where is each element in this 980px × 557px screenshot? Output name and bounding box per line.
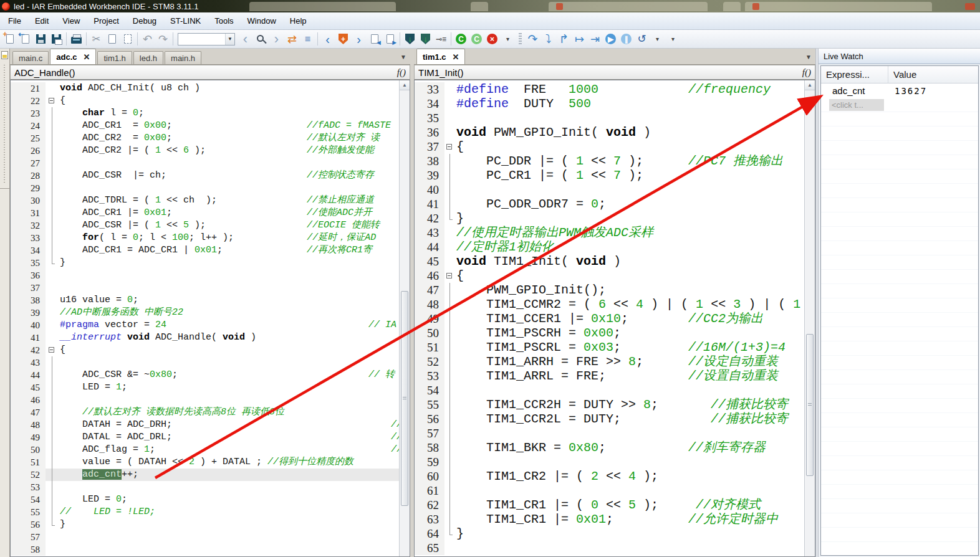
fold-margin[interactable] xyxy=(444,197,454,211)
line-number[interactable]: 51 xyxy=(11,456,46,469)
line-number[interactable]: 40 xyxy=(415,183,444,197)
line-number[interactable]: 47 xyxy=(415,283,444,297)
code-text[interactable]: ADC_CR1 |= 0x01; //使能ADC并开 xyxy=(58,207,399,219)
line-number[interactable]: 53 xyxy=(11,481,46,493)
code-line[interactable]: 56 TIM1_CCR2L = DUTY; //捕获比较寄 xyxy=(415,412,804,426)
fold-margin[interactable] xyxy=(444,125,454,140)
code-line[interactable]: 48 DATAH = ADC_DRH; // 读 xyxy=(11,419,399,431)
line-number[interactable]: 50 xyxy=(415,326,444,340)
vertical-scrollbar-right[interactable]: ▲ xyxy=(804,80,815,556)
code-line[interactable]: 57 xyxy=(11,531,399,543)
line-number[interactable]: 37 xyxy=(11,282,46,294)
fold-margin[interactable] xyxy=(46,381,58,394)
tab-list-dropdown-icon[interactable]: ▼ xyxy=(805,54,812,60)
fold-margin[interactable] xyxy=(46,145,58,157)
code-text[interactable] xyxy=(454,455,804,469)
fold-margin[interactable] xyxy=(46,331,58,344)
fold-margin[interactable] xyxy=(444,326,454,340)
code-line[interactable]: 50 TIM1_PSCRH = 0x00; xyxy=(415,326,804,340)
nav-back-button[interactable]: ‹ xyxy=(238,32,253,47)
fold-margin[interactable] xyxy=(444,283,454,297)
code-text[interactable]: ADC_CR1 = ADC_CR1 | 0x01; //再次将CR1寄 xyxy=(58,244,399,257)
code-line[interactable]: 64} xyxy=(415,526,804,541)
code-text[interactable]: TIM1_CR1 |= 0x01; //允许定时器中 xyxy=(454,512,804,526)
line-number[interactable]: 56 xyxy=(11,518,46,531)
line-number[interactable]: 55 xyxy=(415,398,444,412)
code-text[interactable]: void TIM1_Init( void ) xyxy=(454,254,804,269)
tab-adc-c[interactable]: adc.c✕ xyxy=(50,49,96,64)
redo-button[interactable]: ↷ xyxy=(155,32,171,47)
code-line[interactable]: 61 xyxy=(415,483,804,498)
line-number[interactable]: 38 xyxy=(415,154,444,168)
quick-search-combobox[interactable]: ▼ xyxy=(178,33,235,45)
toggle-bookmark-button[interactable]: + xyxy=(335,32,351,47)
fold-margin[interactable] xyxy=(46,394,58,406)
download-and-debug-button[interactable]: ↓ xyxy=(402,32,418,47)
menu-tools[interactable]: Tools xyxy=(208,13,240,29)
code-area-tim1[interactable]: 33#define FRE 1000 //frequency 34#define… xyxy=(414,80,815,557)
line-number[interactable]: 33 xyxy=(11,232,46,244)
code-text[interactable] xyxy=(454,541,804,555)
debug-overflow-button[interactable]: ▾ xyxy=(665,32,681,47)
step-over-button[interactable]: ↷ xyxy=(525,32,540,47)
fold-margin[interactable] xyxy=(444,226,454,240)
code-line[interactable]: 40 xyxy=(415,183,804,197)
fold-margin[interactable] xyxy=(46,182,58,194)
line-number[interactable]: 60 xyxy=(415,469,444,483)
line-number[interactable]: 55 xyxy=(11,506,46,518)
line-number[interactable]: 46 xyxy=(11,394,46,406)
code-line[interactable]: 29 xyxy=(11,182,399,194)
code-line[interactable]: 31 ADC_CR1 |= 0x01; //使能ADC并开 xyxy=(11,207,399,219)
code-line[interactable]: 28 ADC_CSR |= ch; //控制状态寄存 xyxy=(11,169,399,182)
code-text[interactable]: } xyxy=(58,257,399,269)
code-line[interactable]: 51 value = ( DATAH << 2 ) + DATAL ; //得到… xyxy=(11,456,399,469)
code-text[interactable]: PC_CR1 |= ( 1 << 7 ); xyxy=(454,168,804,183)
code-line[interactable]: 40#pragma vector = 24 // IA xyxy=(11,319,399,331)
tab-close-icon[interactable]: ✕ xyxy=(453,52,459,62)
line-number[interactable]: 43 xyxy=(11,356,46,369)
vertical-scrollbar-left[interactable]: ▲ xyxy=(399,80,410,556)
tab-main-c[interactable]: main.c xyxy=(12,51,49,64)
fold-margin[interactable] xyxy=(46,406,58,419)
fold-margin[interactable] xyxy=(46,294,58,307)
code-line[interactable]: 45void TIM1_Init( void ) xyxy=(415,254,804,269)
fold-margin[interactable] xyxy=(46,157,58,169)
code-line[interactable]: 41 PC_ODR_ODR7 = 0; xyxy=(415,197,804,211)
line-number[interactable]: 22 xyxy=(11,95,46,107)
scrollbar-thumb[interactable] xyxy=(401,291,408,506)
code-line[interactable]: 65 xyxy=(415,541,804,555)
line-number[interactable]: 63 xyxy=(415,512,444,526)
fold-collapse-icon[interactable] xyxy=(49,347,54,353)
code-line[interactable]: 46{ xyxy=(415,269,804,283)
code-line[interactable]: 34 ADC_CR1 = ADC_CR1 | 0x01; //再次将CR1寄 xyxy=(11,244,399,257)
fold-margin[interactable] xyxy=(46,244,58,257)
code-text[interactable]: ADC_CSR |= ( 1 << 5 ); //EOCIE 使能转 xyxy=(58,219,399,232)
code-line[interactable]: 49 DATAL = ADC_DRL; // 读 xyxy=(11,431,399,444)
code-line[interactable]: 36 xyxy=(11,269,399,282)
go-to-function-button[interactable]: ≡ xyxy=(300,32,315,47)
fold-margin[interactable] xyxy=(444,297,454,312)
code-text[interactable]: } xyxy=(454,526,804,541)
break-button[interactable]: ∥ xyxy=(618,32,634,47)
code-text[interactable]: adc_cnt++; xyxy=(58,469,399,481)
fold-margin[interactable] xyxy=(444,369,454,383)
code-line[interactable]: 62 TIM1_CR1 |= ( 0 << 5 ); //对齐模式 xyxy=(415,498,804,512)
previous-bookmark-button[interactable]: ‹ xyxy=(320,32,335,47)
code-text[interactable]: ADC_TDRL = ( 1 << ch ); //禁止相应通道 xyxy=(58,194,399,207)
scroll-up-icon[interactable]: ▲ xyxy=(805,80,815,90)
run-to-cursor-button[interactable]: ⇥ xyxy=(587,32,603,47)
download-button[interactable]: ↓ xyxy=(418,32,433,47)
code-text[interactable]: // LED = !LED; xyxy=(58,506,399,518)
line-number[interactable]: 54 xyxy=(415,383,444,398)
fold-margin[interactable] xyxy=(46,506,58,518)
code-line[interactable]: 37 xyxy=(11,282,399,294)
code-line[interactable]: 48 TIM1_CCMR2 = ( 6 << 4 ) | ( 1 << 3 ) … xyxy=(415,297,804,312)
fold-margin[interactable] xyxy=(444,269,454,283)
debug-dropdown-button[interactable]: ▾ xyxy=(650,32,665,47)
fold-margin[interactable] xyxy=(46,319,58,331)
code-text[interactable]: #pragma vector = 24 // IA xyxy=(58,319,399,331)
code-text[interactable]: LED = 1; xyxy=(58,381,399,394)
code-text[interactable]: TIM1_PSCRH = 0x00; xyxy=(454,326,804,340)
code-line[interactable]: 52 TIM1_ARRH = FRE >> 8; //设定自动重装 xyxy=(415,355,804,369)
scrollbar-thumb[interactable] xyxy=(806,334,814,476)
